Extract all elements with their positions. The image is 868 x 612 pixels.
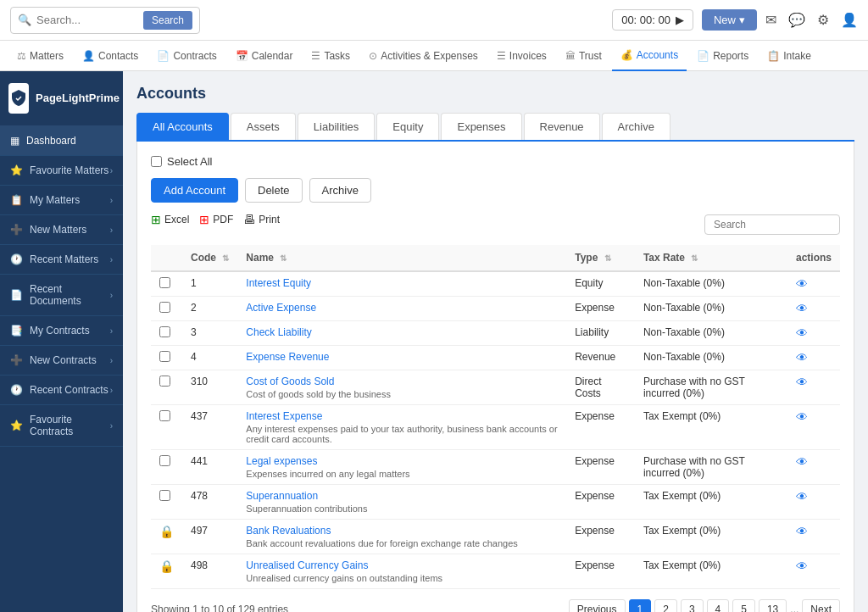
- view-icon[interactable]: 👁: [796, 351, 808, 364]
- view-icon[interactable]: 👁: [796, 376, 808, 389]
- sidebar-item-my-contracts[interactable]: 📑 My Contracts ›: [0, 316, 123, 346]
- view-icon[interactable]: 👁: [796, 559, 808, 573]
- view-icon[interactable]: 👁: [796, 525, 808, 538]
- account-name-link[interactable]: Interest Equity: [246, 277, 311, 289]
- view-icon[interactable]: 👁: [796, 302, 808, 315]
- account-name-link[interactable]: Expense Revenue: [246, 351, 329, 363]
- fav-contracts-icon: ⭐: [10, 420, 23, 431]
- tab-assets[interactable]: Assets: [231, 113, 296, 140]
- account-desc: Cost of goods sold by the business: [246, 389, 558, 399]
- sidebar-item-favourite-matters[interactable]: ⭐ Favourite Matters ›: [0, 156, 123, 186]
- th-type[interactable]: Type ⇅: [566, 245, 635, 271]
- view-icon[interactable]: 👁: [796, 326, 808, 340]
- tab-equity[interactable]: Equity: [376, 113, 439, 140]
- view-icon[interactable]: 👁: [796, 277, 808, 291]
- table-row: 441 Legal expensesExpenses incurred on a…: [151, 450, 840, 485]
- add-account-button[interactable]: Add Account: [151, 178, 238, 203]
- row-checkbox[interactable]: [159, 326, 170, 337]
- nav-reports[interactable]: 📄 Reports: [688, 41, 757, 71]
- page-13-button[interactable]: 13: [759, 599, 787, 612]
- name-cell: Expense Revenue: [237, 346, 566, 370]
- account-name-link[interactable]: Legal expenses: [246, 455, 317, 467]
- account-name-link[interactable]: Unrealised Currency Gains: [246, 559, 368, 571]
- account-name-link[interactable]: Interest Expense: [246, 410, 322, 422]
- print-icon: 🖶: [243, 213, 255, 226]
- table-search-input[interactable]: [704, 214, 840, 235]
- timer-play-button[interactable]: ▶: [676, 14, 684, 26]
- code-cell: 310: [182, 370, 237, 405]
- next-button[interactable]: Next: [802, 599, 840, 612]
- page-3-button[interactable]: 3: [681, 599, 704, 612]
- view-icon[interactable]: 👁: [796, 455, 808, 469]
- sidebar-item-dashboard[interactable]: ▦ Dashboard: [0, 126, 123, 156]
- nav-trust[interactable]: 🏛 Trust: [557, 41, 610, 71]
- tab-archive[interactable]: Archive: [602, 113, 670, 140]
- chat-icon[interactable]: 💬: [788, 12, 805, 28]
- tab-liabilities[interactable]: Liabilities: [298, 113, 375, 140]
- account-name-link[interactable]: Bank Revaluations: [246, 525, 331, 537]
- name-cell: Legal expensesExpenses incurred on any l…: [237, 450, 566, 485]
- account-name-link[interactable]: Cost of Goods Sold: [246, 376, 334, 387]
- row-checkbox[interactable]: [159, 410, 170, 421]
- archive-button[interactable]: Archive: [309, 178, 371, 203]
- tab-all-accounts[interactable]: All Accounts: [136, 113, 229, 140]
- nav-activities[interactable]: ⊙ Activities & Expenses: [360, 41, 487, 71]
- code-cell: 4: [182, 346, 237, 370]
- sidebar-item-recent-contracts[interactable]: 🕐 Recent Contracts ›: [0, 376, 123, 405]
- table-row: 310 Cost of Goods SoldCost of goods sold…: [151, 370, 840, 405]
- nav-contacts[interactable]: 👤 Contacts: [74, 41, 147, 71]
- tab-expenses[interactable]: Expenses: [441, 113, 521, 140]
- sidebar-item-recent-matters[interactable]: 🕐 Recent Matters ›: [0, 245, 123, 275]
- row-checkbox[interactable]: [159, 490, 170, 501]
- nav-calendar[interactable]: 📅 Calendar: [227, 41, 302, 71]
- sidebar-item-new-contracts[interactable]: ➕ New Contracts ›: [0, 346, 123, 376]
- tab-revenue[interactable]: Revenue: [524, 113, 600, 140]
- mail-icon[interactable]: ✉: [765, 12, 776, 28]
- sidebar-item-recent-documents[interactable]: 📄 Recent Documents ›: [0, 275, 123, 316]
- th-tax-rate[interactable]: Tax Rate ⇅: [635, 245, 787, 271]
- account-name-link[interactable]: Active Expense: [246, 302, 316, 314]
- search-icon: 🔍: [18, 14, 31, 26]
- user-icon[interactable]: 👤: [841, 12, 858, 28]
- search-input[interactable]: [36, 14, 138, 26]
- row-checkbox[interactable]: [159, 351, 170, 362]
- page-4-button[interactable]: 4: [707, 599, 730, 612]
- search-button[interactable]: Search: [143, 11, 192, 30]
- account-name-link[interactable]: Check Liability: [246, 326, 311, 338]
- topbar-icons: ✉ 💬 ⚙ 👤: [765, 12, 858, 28]
- nav-contracts[interactable]: 📄 Contracts: [148, 41, 225, 71]
- print-button[interactable]: 🖶 Print: [243, 213, 280, 226]
- nav-intake[interactable]: 📋 Intake: [759, 41, 820, 71]
- page-1-button[interactable]: 1: [629, 599, 652, 612]
- delete-button[interactable]: Delete: [245, 178, 303, 203]
- type-cell: Expense: [566, 450, 635, 485]
- sidebar-item-favourite-contracts[interactable]: ⭐ Favourite Contracts ›: [0, 405, 123, 447]
- pdf-button[interactable]: ⊞ PDF: [199, 213, 233, 226]
- th-checkbox: [151, 245, 182, 271]
- row-checkbox[interactable]: [159, 376, 170, 387]
- previous-button[interactable]: Previous: [569, 599, 626, 612]
- nav-accounts[interactable]: 💰 Accounts: [612, 41, 687, 71]
- row-checkbox[interactable]: [159, 455, 170, 466]
- excel-button[interactable]: ⊞ Excel: [151, 213, 189, 226]
- account-name-link[interactable]: Superannuation: [246, 490, 318, 502]
- page-2-button[interactable]: 2: [654, 599, 677, 612]
- select-all-label[interactable]: Select All: [151, 155, 212, 168]
- view-icon[interactable]: 👁: [796, 410, 808, 424]
- nav-invoices[interactable]: ☰ Invoices: [488, 41, 555, 71]
- nav-matters[interactable]: ⚖ Matters: [8, 41, 72, 71]
- th-code[interactable]: Code ⇅: [182, 245, 237, 271]
- star-icon: ⭐: [10, 164, 23, 176]
- page-5-button[interactable]: 5: [732, 599, 755, 612]
- nav-tasks[interactable]: ☰ Tasks: [303, 41, 359, 71]
- th-name[interactable]: Name ⇅: [237, 245, 566, 271]
- type-cell: Equity: [566, 271, 635, 297]
- row-checkbox[interactable]: [159, 302, 170, 313]
- select-all-checkbox[interactable]: [151, 156, 162, 167]
- sidebar-item-new-matters[interactable]: ➕ New Matters ›: [0, 215, 123, 245]
- sidebar-item-my-matters[interactable]: 📋 My Matters ›: [0, 186, 123, 215]
- new-button[interactable]: New ▾: [702, 9, 757, 31]
- view-icon[interactable]: 👁: [796, 490, 808, 504]
- row-checkbox[interactable]: [159, 277, 170, 288]
- gear-icon[interactable]: ⚙: [817, 12, 829, 28]
